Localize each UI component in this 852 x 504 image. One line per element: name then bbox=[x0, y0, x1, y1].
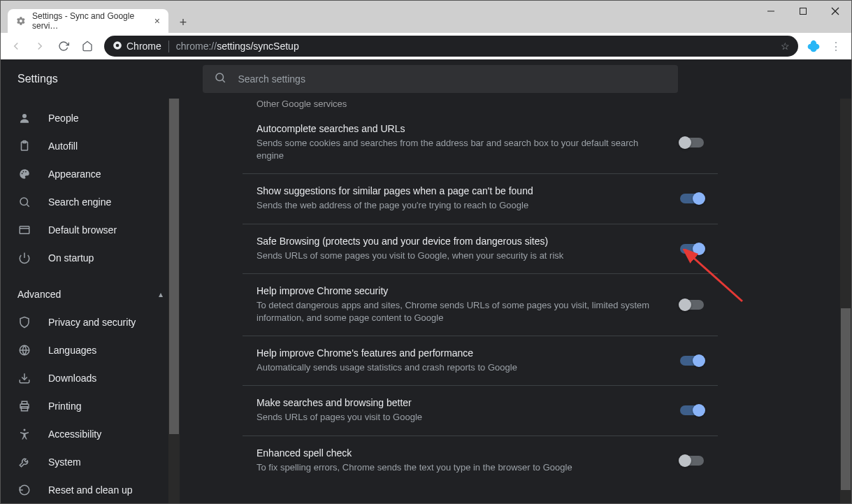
omnibox-chip: Chrome bbox=[113, 41, 169, 52]
sidebar-item-label: People bbox=[48, 113, 79, 124]
sidebar-item-label: Autofill bbox=[48, 141, 78, 152]
omnibox-url: chrome://settings/syncSetup bbox=[176, 41, 299, 52]
sidebar-item-label: Reset and clean up bbox=[48, 484, 133, 496]
setting-row-spell-check: Enhanced spell checkTo fix spelling erro… bbox=[243, 436, 718, 485]
svg-rect-16 bbox=[20, 226, 29, 234]
setting-desc: To detect dangerous apps and sites, Chro… bbox=[257, 299, 666, 324]
forward-button[interactable] bbox=[29, 35, 51, 57]
setting-title: Show suggestions for similar pages when … bbox=[257, 185, 666, 196]
sidebar-item-default-browser[interactable]: Default browser bbox=[1, 216, 180, 244]
sidebar-item-on-startup[interactable]: On startup bbox=[1, 244, 180, 272]
sidebar-section-label: Advanced bbox=[17, 289, 61, 300]
sidebar-item-languages[interactable]: Languages bbox=[1, 336, 180, 364]
tab-strip: Settings - Sync and Google servi… × + bbox=[1, 1, 194, 33]
restore-icon bbox=[17, 483, 31, 497]
extension-icon[interactable] bbox=[804, 36, 823, 56]
setting-title: Enhanced spell check bbox=[257, 447, 666, 459]
printer-icon bbox=[17, 399, 31, 413]
maximize-button[interactable] bbox=[787, 1, 819, 22]
url-prefix: chrome:// bbox=[176, 41, 217, 52]
sidebar-scroll-thumb[interactable] bbox=[169, 99, 179, 434]
sidebar-item-search-engine[interactable]: Search engine bbox=[1, 188, 180, 216]
setting-row-autocomplete: Autocomplete searches and URLsSends some… bbox=[243, 112, 718, 174]
toggle-make-better[interactable] bbox=[680, 405, 704, 415]
back-button[interactable] bbox=[5, 35, 27, 57]
toggle-spell-check[interactable] bbox=[680, 456, 704, 466]
svg-rect-24 bbox=[22, 401, 27, 404]
window-controls bbox=[755, 1, 851, 22]
sidebar-item-label: Languages bbox=[48, 345, 96, 356]
accessibility-icon bbox=[17, 427, 31, 441]
setting-row-improve-security: Help improve Chrome securityTo detect da… bbox=[243, 274, 718, 336]
svg-point-13 bbox=[25, 171, 27, 173]
search-icon bbox=[214, 71, 226, 87]
settings-body: People Autofill Appearance Search engine… bbox=[1, 99, 851, 503]
sidebar-item-autofill[interactable]: Autofill bbox=[1, 132, 180, 160]
sidebar-item-system[interactable]: System bbox=[1, 448, 180, 476]
bookmark-star-icon[interactable]: ☆ bbox=[781, 41, 790, 52]
setting-row-improve-features: Help improve Chrome's features and perfo… bbox=[243, 336, 718, 386]
home-button[interactable] bbox=[76, 35, 99, 57]
toggle-improve-features[interactable] bbox=[680, 356, 704, 366]
sidebar-section-advanced[interactable]: Advanced▴ bbox=[1, 280, 180, 308]
toggle-safe-browsing[interactable] bbox=[680, 244, 704, 254]
sidebar-item-reset[interactable]: Reset and clean up bbox=[1, 476, 180, 503]
browser-toolbar: Chrome chrome://settings/syncSetup ☆ ⋮ bbox=[1, 33, 851, 59]
minimize-button[interactable] bbox=[755, 1, 787, 22]
setting-desc: Automatically sends usage statistics and… bbox=[257, 361, 666, 374]
section-title: Other Google services bbox=[243, 99, 718, 112]
svg-point-25 bbox=[24, 429, 26, 431]
toggle-improve-security[interactable] bbox=[680, 300, 704, 310]
main-scroll-thumb[interactable] bbox=[841, 308, 851, 490]
sidebar-item-downloads[interactable]: Downloads bbox=[1, 364, 180, 392]
chevron-up-icon: ▴ bbox=[159, 289, 163, 299]
sidebar-item-printing[interactable]: Printing bbox=[1, 392, 180, 420]
globe-icon bbox=[17, 343, 31, 357]
new-tab-button[interactable]: + bbox=[173, 12, 194, 33]
palette-icon bbox=[17, 167, 31, 181]
settings-sidebar: People Autofill Appearance Search engine… bbox=[1, 99, 180, 503]
sidebar-item-label: Privacy and security bbox=[48, 317, 136, 328]
address-bar[interactable]: Chrome chrome://settings/syncSetup ☆ bbox=[104, 36, 798, 57]
url-path: settings/syncSetup bbox=[217, 41, 299, 52]
sidebar-item-label: Appearance bbox=[48, 168, 101, 180]
setting-desc: To fix spelling errors, Chrome sends the… bbox=[257, 461, 666, 474]
sidebar-item-label: Downloads bbox=[48, 373, 96, 384]
sidebar-item-label: System bbox=[48, 456, 81, 468]
sidebar-item-label: Accessibility bbox=[48, 429, 101, 440]
sidebar-item-appearance[interactable]: Appearance bbox=[1, 160, 180, 188]
power-icon bbox=[17, 251, 31, 265]
omnibox-chip-label: Chrome bbox=[127, 41, 161, 52]
sidebar-scrollbar[interactable] bbox=[168, 99, 180, 503]
download-icon bbox=[17, 371, 31, 385]
sidebar-item-label: Search engine bbox=[48, 196, 111, 208]
close-window-button[interactable] bbox=[819, 1, 851, 22]
settings-search[interactable] bbox=[203, 65, 678, 93]
svg-line-15 bbox=[27, 204, 29, 206]
sidebar-item-label: Printing bbox=[48, 401, 81, 412]
settings-page: Settings People Autofill Appearance Sear… bbox=[1, 59, 851, 503]
kebab-menu-icon[interactable]: ⋮ bbox=[825, 35, 847, 57]
chrome-icon bbox=[113, 41, 122, 52]
sidebar-item-privacy-security[interactable]: Privacy and security bbox=[1, 308, 180, 336]
search-icon bbox=[17, 195, 31, 209]
toggle-suggestions[interactable] bbox=[680, 194, 704, 203]
svg-point-11 bbox=[22, 173, 23, 174]
sidebar-item-label: Default browser bbox=[48, 224, 117, 236]
setting-title: Safe Browsing (protects you and your dev… bbox=[257, 236, 666, 247]
svg-point-6 bbox=[216, 73, 224, 81]
titlebar: Settings - Sync and Google servi… × + bbox=[1, 1, 851, 33]
browser-tab[interactable]: Settings - Sync and Google servi… × bbox=[8, 9, 168, 33]
setting-desc: Sends the web address of the page you're… bbox=[257, 199, 666, 212]
sidebar-item-people[interactable]: People bbox=[1, 104, 180, 132]
settings-search-input[interactable] bbox=[238, 73, 667, 85]
sidebar-item-accessibility[interactable]: Accessibility bbox=[1, 420, 180, 448]
setting-title: Help improve Chrome security bbox=[257, 285, 666, 296]
toggle-autocomplete[interactable] bbox=[680, 138, 704, 147]
close-icon[interactable]: × bbox=[154, 15, 160, 27]
setting-title: Autocomplete searches and URLs bbox=[257, 123, 666, 134]
main-scrollbar[interactable] bbox=[840, 99, 851, 503]
svg-rect-1 bbox=[800, 8, 807, 15]
reload-button[interactable] bbox=[52, 35, 75, 57]
browser-icon bbox=[17, 223, 31, 237]
